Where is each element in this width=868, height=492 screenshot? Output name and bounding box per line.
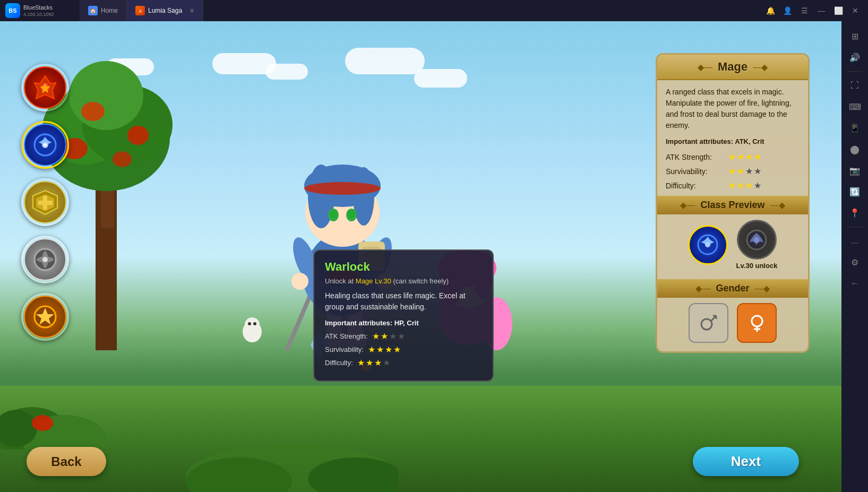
close-tab-icon[interactable]: ✕ [190,7,194,14]
warrior-icon-inner [24,66,66,109]
svg-point-6 [69,61,143,130]
panel-header: ◆— Mage —◆ [657,55,808,80]
svg-point-72 [754,237,759,243]
panel-atk-label: ATK Strength: [666,153,724,161]
toolbar-more-button[interactable]: … [845,231,864,251]
close-button[interactable]: ✕ [848,5,863,16]
svg-point-41 [304,182,381,195]
toolbar-fullscreen-button[interactable]: ⛶ [845,76,864,95]
svg-point-45 [348,210,355,218]
atk-star-1: ★ [728,152,736,162]
star-1: ★ [368,344,375,355]
warlock-surv-row: Survivability: ★ ★ ★ ★ [325,344,482,355]
panel-surv-label: Survivability: [666,167,724,176]
toolbar-location-button[interactable]: 📍 [845,203,864,222]
svg-point-20 [248,322,251,325]
star-2: ★ [381,331,388,341]
right-toolbar: ⊞ 🔊 ⛶ ⌨ 📱 ⬤ 📷 🔃 📍 … ⚙ ← [841,21,868,492]
ranger-icon-inner [24,238,66,281]
ground-foliage [0,370,133,450]
warlock-surv-label: Survivability: [325,346,364,353]
warlock-popup: Warlock Unlock at Mage Lv.30 (can switch… [313,249,494,382]
class-preview-row: Lv.30 unlock [657,220,808,274]
svg-rect-64 [38,201,53,205]
panel-attributes: Important attributes: ATK, Crit [666,137,800,145]
svg-point-34 [291,273,308,290]
diff-star-3: ★ [745,180,753,191]
class-preview-divider: ◆— Class Preview —◆ [657,196,808,214]
class-icon-ranger[interactable] [21,236,69,283]
window-controls: 🔔 👤 ☰ — ⬜ ✕ [758,5,868,16]
toolbar-back-button[interactable]: ← [845,274,864,293]
warlock-preview-icon[interactable] [737,220,777,260]
minimize-button[interactable]: — [814,5,829,16]
tab-home[interactable]: 🏠 Home [80,0,127,21]
titlebar: BS BlueStacks 4.150.10.1092 🏠 Home ⚔ Lum… [0,0,868,21]
npc-creature [239,313,265,347]
svg-point-9 [81,102,105,121]
maximize-button[interactable]: ⬜ [831,5,846,16]
panel-surv-row: Survivability: ★ ★ ★ ★ [666,166,800,176]
diff-star-2: ★ [737,180,744,191]
gender-divider: ◆— Gender —◆ [657,279,808,298]
warlock-preview-col: Lv.30 unlock [736,220,778,270]
bluestacks-icon: BS [5,3,20,18]
warlock-atk-row: ATK Strength: ★ ★ ★ ★ [325,331,482,341]
tab-lumia-saga[interactable]: ⚔ Lumia Saga ✕ [127,0,203,21]
panel-surv-stars: ★ ★ ★ ★ [728,166,761,176]
svg-point-66 [42,257,48,262]
toolbar-mobile-button[interactable]: 📱 [845,118,864,137]
warlock-surv-stars: ★ ★ ★ ★ [368,344,401,355]
class-icon-paladin[interactable] [21,178,69,226]
mage-preview-icon[interactable] [688,225,728,265]
panel-diff-label: Difficulty: [666,182,724,190]
back-button[interactable]: Back [27,447,106,476]
game-tab-label: Lumia Saga [148,7,182,14]
notification-button[interactable]: 🔔 [763,5,778,16]
star-3: ★ [374,358,382,368]
gender-row [657,303,808,343]
toolbar-camera-button[interactable]: 📷 [845,161,864,180]
surv-star-4: ★ [754,166,761,176]
next-button[interactable]: Next [693,447,799,476]
svg-point-60 [44,143,47,146]
gender-male-button[interactable] [689,303,728,343]
toolbar-volume-button[interactable]: 🔊 [845,48,864,67]
app-info: BlueStacks 4.150.10.1092 [23,4,54,16]
toolbar-settings-button[interactable]: ⚙ [845,253,864,272]
class-icon-mage[interactable] [21,121,69,169]
svg-point-14 [32,415,53,431]
star-4: ★ [393,344,401,355]
toolbar-record-button[interactable]: ⬤ [845,140,864,159]
right-panel: ◆— Mage —◆ A ranged class that excels in… [656,53,810,353]
panel-attr-text: Important attributes: ATK, Crit [666,137,764,145]
svg-point-77 [752,316,762,326]
toolbar-rotate-button[interactable]: 🔃 [845,182,864,201]
svg-point-19 [245,317,260,332]
gender-deco-left: ◆— [695,283,710,294]
mage-icon-inner [24,124,66,166]
atk-star-2: ★ [737,152,744,162]
toolbar-keyboard-button[interactable]: ⌨ [845,97,864,116]
surv-star-3: ★ [745,166,753,176]
panel-atk-row: ATK Strength: ★ ★ ★ ★ [666,152,800,162]
star-2: ★ [366,358,373,368]
ground-foliage-right [186,428,398,492]
account-button[interactable]: 👤 [780,5,795,16]
warlock-attributes: Important attributes: HP, Crit [325,319,482,327]
warlock-diff-stars: ★ ★ ★ ★ [357,358,390,368]
diff-star-4: ★ [754,180,761,191]
svg-point-73 [701,319,712,330]
preview-deco-left: ◆— [680,200,695,210]
warlock-description: Healing class that uses life magic. Exce… [325,290,482,313]
class-icon-assassin[interactable] [21,293,69,341]
gender-female-button[interactable] [737,303,777,343]
svg-point-44 [330,210,337,218]
atk-star-3: ★ [745,152,753,162]
toolbar-expand-button[interactable]: ⊞ [845,27,864,46]
star-3: ★ [389,331,397,341]
menu-button[interactable]: ☰ [797,5,812,16]
game-tab-icon: ⚔ [135,6,145,15]
class-icon-warrior[interactable] [21,64,69,111]
star-4: ★ [383,358,390,368]
